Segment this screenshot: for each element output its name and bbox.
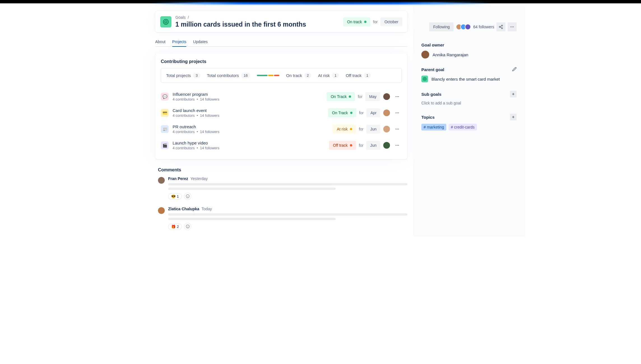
comment-text-placeholder [168, 183, 407, 185]
for-label: for [359, 143, 363, 148]
more-icon [395, 127, 400, 131]
share-icon [499, 25, 503, 29]
contributing-projects-card: Contributing projects Total projects 3 T… [155, 53, 407, 159]
svg-point-17 [186, 225, 189, 228]
add-reaction-button[interactable] [184, 193, 191, 200]
more-icon [395, 94, 400, 99]
project-owner-avatar[interactable] [383, 126, 390, 132]
project-month-pill[interactable]: Apr [366, 108, 380, 117]
project-row[interactable]: 🎬 Launch hype video 4 contributors • 14 … [161, 137, 402, 153]
total-projects-count: 3 [193, 73, 200, 78]
svg-point-0 [163, 19, 168, 24]
comment: Fran Perez Yesterday 😎1 [158, 176, 407, 200]
comment-avatar[interactable] [158, 177, 165, 184]
project-month-pill[interactable]: Jun [366, 141, 380, 150]
project-meta: 4 contributors • 14 followers [173, 146, 325, 150]
comment-author[interactable]: Fran Perez [168, 176, 188, 181]
at-risk-count: 1 [332, 73, 339, 78]
project-name: Launch hype video [173, 141, 325, 145]
project-month-pill[interactable]: Jun [366, 125, 380, 134]
project-more-button[interactable] [393, 141, 402, 150]
tab-projects[interactable]: Projects [172, 37, 187, 46]
add-reaction-button[interactable] [184, 223, 191, 230]
plus-icon [511, 92, 515, 96]
project-row[interactable]: 💬 Influencer program 4 contributors • 14… [161, 88, 402, 105]
for-label: for [358, 94, 362, 99]
goal-status-badge[interactable]: On track [343, 17, 370, 26]
off-track-count: 1 [364, 73, 371, 78]
pencil-icon [512, 67, 517, 71]
svg-point-10 [398, 129, 399, 130]
for-label: for [359, 111, 364, 115]
goal-title: 1 million cards issued in the first 6 mo… [175, 21, 339, 28]
more-icon [395, 143, 400, 148]
followers-avatar-stack[interactable] [456, 24, 471, 30]
reaction-pill[interactable]: 😎1 [168, 193, 182, 200]
breadcrumb-goals[interactable]: Goals [175, 15, 186, 20]
svg-point-13 [398, 145, 399, 146]
svg-point-22 [501, 28, 503, 29]
project-meta: 4 contributors • 14 followers [173, 113, 324, 118]
project-row[interactable]: 📰 PR outreach 4 contributors • 14 follow… [161, 121, 402, 137]
project-owner-avatar[interactable] [383, 93, 390, 100]
progress-bar-icon [257, 75, 279, 76]
project-owner-avatar[interactable] [383, 109, 390, 116]
svg-point-3 [397, 96, 398, 97]
project-name: PR outreach [173, 124, 329, 129]
project-meta: 4 contributors • 14 followers [173, 97, 323, 101]
parent-goal-row[interactable]: Blancly enters the smart card market [421, 76, 517, 82]
share-button[interactable] [496, 22, 505, 31]
status-dot-icon [350, 144, 352, 146]
following-button[interactable]: Following [429, 22, 454, 31]
reaction-pill[interactable]: 🎁2 [168, 223, 182, 230]
status-dot-icon [349, 95, 351, 98]
svg-point-11 [396, 145, 396, 146]
more-icon [395, 111, 400, 115]
add-sub-goal-placeholder[interactable]: Click to add a sub goal [421, 101, 517, 105]
svg-point-7 [398, 113, 399, 113]
project-more-button[interactable] [393, 108, 402, 117]
project-more-button[interactable] [393, 92, 402, 101]
project-more-button[interactable] [393, 125, 402, 134]
project-meta: 4 contributors • 14 followers [173, 130, 329, 134]
project-status-badge[interactable]: At risk [333, 125, 356, 134]
svg-point-5 [396, 113, 396, 113]
topic-tag[interactable]: # marketing [421, 124, 446, 130]
goal-month-pill[interactable]: October [380, 17, 402, 26]
project-status-badge[interactable]: Off track [329, 141, 356, 150]
topic-tag[interactable]: # credit-cards [449, 124, 477, 130]
svg-point-12 [397, 145, 398, 146]
topics-label: Topics [421, 115, 435, 120]
followers-count[interactable]: 64 followers [473, 25, 494, 29]
project-owner-avatar[interactable] [383, 142, 390, 149]
tab-about[interactable]: About [155, 37, 166, 46]
project-name: Influencer program [173, 92, 323, 97]
total-contributors-count: 16 [241, 73, 250, 78]
total-projects-label: Total projects [166, 73, 191, 78]
owner-avatar [421, 51, 429, 59]
project-month-pill[interactable]: May [365, 92, 380, 101]
project-status-badge[interactable]: On Track [328, 108, 356, 117]
add-sub-goal-button[interactable] [510, 91, 517, 97]
project-row[interactable]: 💳 Card launch event 4 contributors • 14 … [161, 105, 402, 121]
add-topic-button[interactable] [510, 114, 517, 120]
comment-author[interactable]: Zlatica Chalupka [168, 207, 199, 211]
comment-text-placeholder [168, 218, 336, 220]
comment-avatar[interactable] [158, 207, 165, 214]
svg-point-27 [513, 27, 514, 27]
edit-parent-goal-button[interactable] [512, 67, 517, 72]
tab-updates[interactable]: Updates [193, 37, 208, 46]
project-icon: 📰 [161, 125, 169, 133]
svg-point-28 [423, 77, 426, 81]
status-dot-icon [350, 128, 352, 130]
status-dot-icon [364, 21, 366, 23]
for-label: for [359, 127, 363, 131]
comment-time: Today [201, 207, 212, 211]
more-button[interactable] [508, 22, 517, 31]
svg-point-6 [397, 113, 398, 113]
comment-text-placeholder [168, 188, 336, 190]
project-status-badge[interactable]: On Track [327, 92, 355, 101]
goal-owner-row[interactable]: Annika Rangarajan [421, 51, 517, 59]
at-risk-label: At risk [318, 73, 330, 78]
for-label: for [373, 20, 378, 24]
